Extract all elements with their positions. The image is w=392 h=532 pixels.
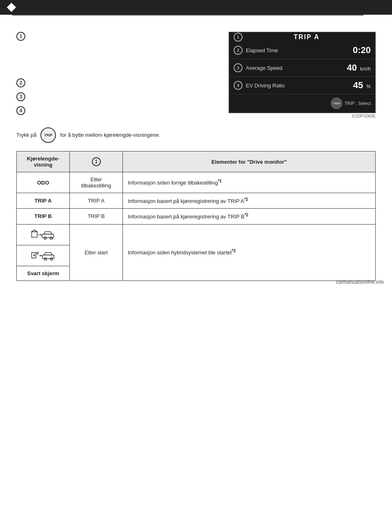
sup-tripa: *2 bbox=[244, 197, 248, 202]
car-icon-1-cell bbox=[22, 229, 65, 241]
table-cell-car2-col1 bbox=[17, 245, 70, 266]
table-row-odo: ODO Ettertilbakestilling Informasjon sid… bbox=[17, 172, 376, 193]
instruction-text-before: Trykk på bbox=[16, 131, 36, 140]
table-row-trip-a: TRIP A TRIP A Informasjon basert på kjør… bbox=[17, 193, 376, 209]
main-section: 1 2 3 4 1 TRIP A bbox=[16, 28, 376, 120]
screen-circle-1: 1 bbox=[234, 33, 243, 42]
car-icon-1 bbox=[31, 229, 56, 241]
table-cell-tripa-col3: Informasjon basert på kjøreregistrering … bbox=[123, 193, 376, 209]
avg-speed-value: 40 bbox=[347, 62, 357, 73]
table-row-trip-b: TRIP B TRIP B Informasjon basert på kjør… bbox=[17, 209, 376, 224]
table-cell-odo-col1: ODO bbox=[17, 172, 70, 193]
desc-item-2: 2 bbox=[16, 78, 216, 87]
car-icon-2 bbox=[31, 249, 56, 262]
table-header-circle: 1 bbox=[92, 157, 101, 166]
info-table: Kjørelengde-visning 1 Elementer for "Dri… bbox=[16, 151, 376, 281]
svg-marker-1 bbox=[31, 230, 37, 232]
avg-speed-unit: km/h bbox=[360, 66, 371, 72]
screen-circle-3: 3 bbox=[234, 63, 243, 72]
table-cell-tripa-col2: TRIP A bbox=[70, 193, 123, 209]
table-cell-tripb-col3: Informasjon basert på kjøreregistrering … bbox=[123, 209, 376, 224]
circle-4: 4 bbox=[16, 106, 25, 115]
table-cell-car-col2: Etter start bbox=[70, 224, 123, 280]
svg-rect-9 bbox=[33, 254, 35, 256]
table-cell-tripa-col1: TRIP A bbox=[17, 193, 70, 209]
table-header-col1: Kjørelengde-visning bbox=[17, 151, 70, 172]
elapsed-time-value: 0:20 bbox=[353, 45, 371, 56]
desc-item-1: 1 bbox=[16, 32, 216, 41]
svg-marker-5 bbox=[44, 231, 52, 234]
screen-header: 1 TRIP A bbox=[229, 33, 375, 42]
footer-label: TRIP : Select bbox=[344, 101, 371, 106]
diamond-icon bbox=[7, 3, 16, 12]
circle-2: 2 bbox=[16, 78, 25, 87]
sup-tripb: *2 bbox=[245, 213, 248, 217]
table-cell-tripb-col1: TRIP B bbox=[17, 209, 70, 224]
ev-ratio-unit: % bbox=[366, 84, 371, 89]
desc-item-4: 4 bbox=[16, 106, 216, 115]
circle-3: 3 bbox=[16, 92, 25, 101]
table-header-col3: Elementer for "Drive monitor" bbox=[123, 151, 376, 172]
main-content: 1 2 3 4 1 TRIP A bbox=[0, 16, 392, 289]
top-bar bbox=[0, 0, 392, 15]
screen-row-ev: 4 EV Driving Ratio 45 % bbox=[229, 77, 375, 94]
svg-marker-13 bbox=[40, 254, 42, 256]
table-row-car1: Etter start Informasjon siden hybridsyst… bbox=[17, 224, 376, 245]
display-screen: 1 TRIP A 2 Elapsed Time 0:20 3 Average S… bbox=[229, 32, 376, 113]
screen-row-speed: 3 Average Speed 40 km/h bbox=[229, 59, 375, 77]
trip-icon: TRIP bbox=[331, 98, 342, 109]
ev-ratio-value: 45 bbox=[353, 80, 363, 91]
table-cell-odo-col2: Ettertilbakestilling bbox=[70, 172, 123, 193]
table-header-col2: 1 bbox=[70, 151, 123, 172]
circle-1: 1 bbox=[16, 32, 25, 41]
svg-marker-15 bbox=[44, 252, 52, 255]
trip-button-icon[interactable]: TRIP bbox=[40, 127, 56, 143]
screen-title: TRIP A bbox=[243, 33, 371, 41]
screen-circle-4: 4 bbox=[234, 81, 243, 90]
screen-circle-2: 2 bbox=[234, 46, 243, 55]
table-cell-car1-col1 bbox=[17, 224, 70, 245]
screen-footer: TRIP TRIP : Select bbox=[229, 94, 375, 112]
car-icon-2-cell bbox=[22, 249, 65, 262]
svg-rect-11 bbox=[37, 252, 38, 254]
table-cell-svart-col1: Svart skjerm bbox=[17, 266, 70, 280]
table-cell-car-col3: Informasjon siden hybridsystemet ble sta… bbox=[123, 224, 376, 280]
instruction-text-after: for å bytte mellom kjørelengde-visningen… bbox=[60, 131, 160, 140]
ev-ratio-label: EV Driving Ratio bbox=[246, 82, 350, 89]
table-cell-odo-col3: Informasjon siden forrige tilbakestillin… bbox=[123, 172, 376, 193]
avg-speed-label: Average Speed bbox=[246, 65, 344, 71]
screen-row-elapsed: 2 Elapsed Time 0:20 bbox=[229, 42, 375, 59]
image-id: IO20PS069E bbox=[229, 114, 376, 118]
sup-car: *3 bbox=[232, 249, 235, 253]
desc-item-3: 3 bbox=[16, 92, 216, 101]
elapsed-time-label: Elapsed Time bbox=[246, 47, 350, 53]
svg-rect-0 bbox=[31, 231, 37, 237]
left-descriptions: 1 2 3 4 bbox=[16, 28, 216, 120]
trip-button-label: TRIP bbox=[44, 132, 53, 138]
watermark: carmanualsonline.info bbox=[336, 279, 384, 285]
sup-odo: *1 bbox=[218, 179, 221, 183]
table-cell-tripb-col2: TRIP B bbox=[70, 209, 123, 224]
svg-marker-3 bbox=[40, 234, 42, 236]
instruction-line: Trykk på TRIP for å bytte mellom kjørele… bbox=[16, 127, 376, 143]
